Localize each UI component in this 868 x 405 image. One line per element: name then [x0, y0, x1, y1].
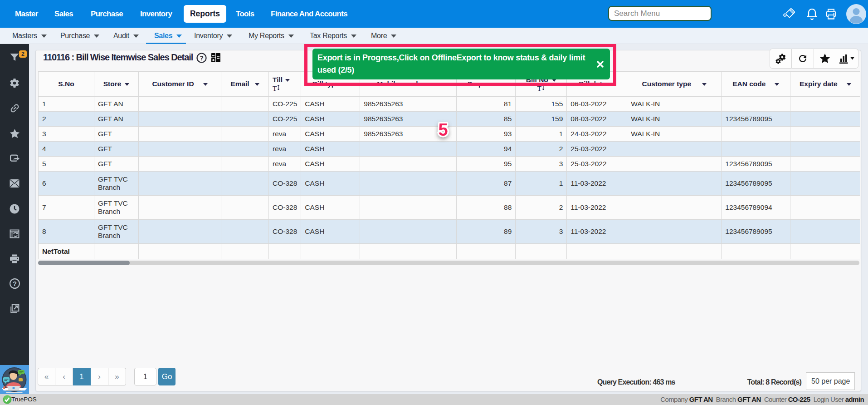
svg-text:?: ? [200, 54, 204, 62]
svg-text:?: ? [13, 280, 17, 287]
svg-text:5: 5 [438, 120, 448, 139]
